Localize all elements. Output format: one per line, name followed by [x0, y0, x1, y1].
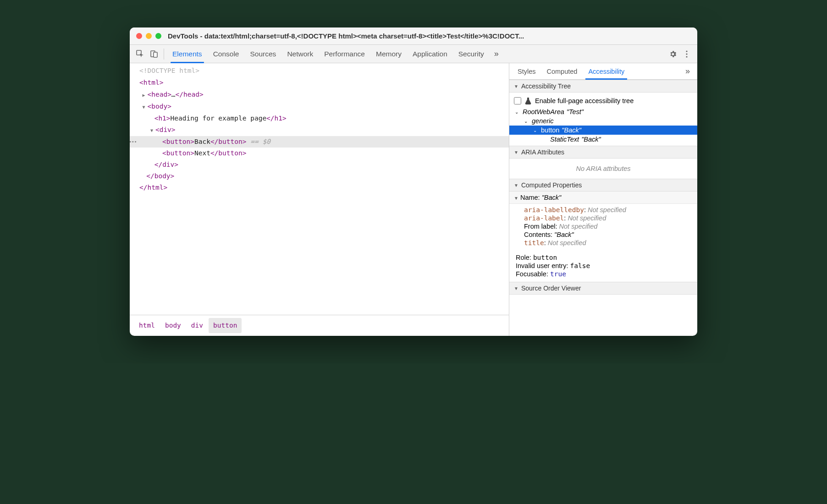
tab-network[interactable]: Network: [281, 45, 319, 63]
content-area: <!DOCTYPE html> <html> ▶<head>…</head> ▼…: [130, 63, 697, 336]
enable-full-tree-label: Enable full-page accessibility tree: [535, 97, 634, 104]
section-accessibility-tree[interactable]: ▼Accessibility Tree: [509, 80, 697, 93]
aria-empty-message: No ARIA attributes: [509, 160, 697, 177]
window-controls: [136, 33, 161, 39]
beaker-icon: [525, 97, 531, 104]
tab-memory[interactable]: Memory: [370, 45, 407, 63]
section-aria-attributes[interactable]: ▼ARIA Attributes: [509, 146, 697, 159]
prop-from-label: From label: Not specified: [524, 222, 691, 230]
prop-title: title: Not specified: [524, 239, 691, 247]
prop-aria-labelledby: aria-labelledby: Not specified: [524, 206, 691, 214]
tree-button-selected[interactable]: ⌄button "Back": [509, 126, 697, 135]
subtab-computed[interactable]: Computed: [541, 63, 583, 79]
html-close-tag[interactable]: html: [147, 184, 163, 191]
devtools-window: DevTools - data:text/html;charset=utf-8,…: [130, 27, 697, 336]
tab-application[interactable]: Application: [407, 45, 453, 63]
kebab-menu-icon[interactable]: [680, 47, 694, 61]
prop-invalid: Invalid user entry: false: [516, 262, 691, 270]
enable-full-tree-checkbox[interactable]: [514, 97, 521, 104]
h1-tag[interactable]: h1: [158, 115, 166, 122]
prop-focusable: Focusable: true: [516, 270, 691, 278]
tab-sources[interactable]: Sources: [245, 45, 282, 63]
breadcrumb: html body div button: [130, 315, 509, 336]
div-close-tag[interactable]: div: [162, 161, 174, 168]
dom-tree[interactable]: <!DOCTYPE html> <html> ▶<head>…</head> ▼…: [130, 63, 509, 315]
crumb-button[interactable]: button: [209, 318, 242, 333]
div-open-tag[interactable]: div: [160, 126, 171, 133]
minimize-window-button[interactable]: [146, 33, 152, 39]
prop-role: Role: button: [516, 253, 691, 262]
main-toolbar: Elements Console Sources Network Perform…: [130, 45, 697, 63]
tree-static-text[interactable]: StaticText "Back": [509, 135, 697, 144]
svg-point-3: [686, 50, 687, 52]
tree-root[interactable]: ⌄RootWebArea "Test": [509, 107, 697, 116]
device-toggle-icon[interactable]: [147, 47, 161, 61]
tab-elements[interactable]: Elements: [167, 45, 208, 63]
accessibility-tree-body: Enable full-page accessibility tree ⌄Roo…: [509, 93, 697, 146]
svg-point-4: [686, 53, 687, 55]
maximize-window-button[interactable]: [155, 33, 161, 39]
section-source-order[interactable]: ▼Source Order Viewer: [509, 282, 697, 295]
subtab-accessibility[interactable]: Accessibility: [583, 63, 630, 79]
elements-panel: <!DOCTYPE html> <html> ▶<head>…</head> ▼…: [130, 63, 509, 336]
svg-point-5: [686, 56, 687, 57]
section-computed-properties[interactable]: ▼Computed Properties: [509, 179, 697, 192]
close-window-button[interactable]: [136, 33, 142, 39]
crumb-body[interactable]: body: [160, 318, 186, 333]
prop-contents: Contents: "Back": [524, 230, 691, 239]
window-title: DevTools - data:text/html;charset=utf-8,…: [168, 32, 524, 40]
computed-name-row[interactable]: ▼Name: "Back": [509, 192, 697, 204]
inspect-icon[interactable]: [133, 47, 147, 61]
button-next-tag[interactable]: button: [166, 149, 190, 157]
titlebar: DevTools - data:text/html;charset=utf-8,…: [130, 27, 697, 45]
head-tag[interactable]: head: [151, 91, 167, 98]
subtab-styles[interactable]: Styles: [512, 63, 541, 79]
computed-name-sources: aria-labelledby: Not specified aria-labe…: [509, 204, 697, 252]
computed-other-props: Role: button Invalid user entry: false F…: [509, 252, 697, 282]
tab-performance[interactable]: Performance: [319, 45, 370, 63]
body-open-tag[interactable]: body: [151, 103, 167, 110]
settings-gear-icon[interactable]: [666, 47, 680, 61]
prop-aria-label: aria-label: Not specified: [524, 214, 691, 222]
crumb-html[interactable]: html: [134, 318, 160, 333]
svg-rect-2: [154, 52, 157, 57]
side-panel: Styles Computed Accessibility » ▼Accessi…: [509, 63, 697, 336]
html-open-tag[interactable]: html: [143, 79, 160, 86]
tab-console[interactable]: Console: [208, 45, 245, 63]
more-tabs-icon[interactable]: »: [490, 49, 503, 59]
tab-security[interactable]: Security: [453, 45, 490, 63]
enable-full-tree-row: Enable full-page accessibility tree: [509, 94, 697, 107]
aria-body: No ARIA attributes: [509, 159, 697, 179]
crumb-div[interactable]: div: [187, 318, 208, 333]
toolbar-separator: [164, 49, 164, 60]
side-subtabs: Styles Computed Accessibility »: [509, 63, 697, 80]
doctype-node[interactable]: <!DOCTYPE html>: [139, 67, 199, 74]
more-subtabs-icon[interactable]: »: [681, 66, 695, 76]
selected-dom-node[interactable]: <button>Back</button> == $0: [130, 136, 509, 148]
main-tabs: Elements Console Sources Network Perform…: [167, 45, 490, 63]
tree-generic[interactable]: ⌄generic: [509, 116, 697, 126]
body-close-tag[interactable]: body: [154, 172, 171, 180]
